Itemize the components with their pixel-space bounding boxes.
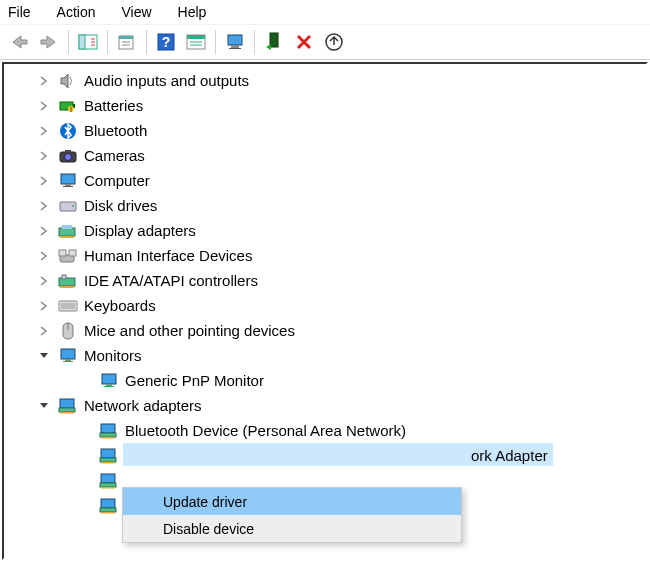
tree-node-batteries[interactable]: Batteries	[4, 93, 646, 118]
device-tree[interactable]: Audio inputs and outputs Batteries Bluet…	[4, 66, 646, 518]
tree-node-label: ork Adapter	[125, 447, 548, 464]
scan-hardware-button[interactable]	[220, 27, 250, 57]
menu-action[interactable]: Action	[55, 2, 98, 22]
chevron-right-icon[interactable]	[38, 150, 50, 162]
svg-rect-21	[65, 184, 71, 186]
tree-node-bt-pan[interactable]: Bluetooth Device (Personal Area Network)	[4, 418, 646, 443]
bluetooth-icon	[58, 122, 78, 140]
tree-node-label: Generic PnP Monitor	[125, 372, 264, 389]
tree-node-generic-pnp-monitor[interactable]: Generic PnP Monitor	[4, 368, 646, 393]
tree-node-label: Network adapters	[84, 397, 202, 414]
svg-rect-43	[60, 412, 74, 414]
context-menu-disable-device[interactable]: Disable device	[123, 515, 461, 542]
tree-node-label: Keyboards	[84, 297, 156, 314]
show-hide-console-button[interactable]	[73, 27, 103, 57]
context-menu-update-driver[interactable]: Update driver	[123, 488, 461, 515]
tree-node-keyboards[interactable]: Keyboards	[4, 293, 646, 318]
svg-rect-1	[79, 35, 85, 49]
svg-rect-36	[65, 359, 71, 361]
keyboard-icon	[58, 297, 78, 315]
hid-icon	[58, 247, 78, 265]
chevron-right-icon[interactable]	[38, 175, 50, 187]
enable-device-button[interactable]	[259, 27, 289, 57]
tree-node-wireless-adapter[interactable]: ork Adapter	[4, 443, 646, 468]
monitor-green-icon	[99, 372, 119, 390]
disk-icon	[58, 197, 78, 215]
svg-rect-53	[101, 499, 115, 508]
monitor-icon	[58, 172, 78, 190]
tree-node-label: Bluetooth	[84, 122, 147, 139]
chevron-right-icon[interactable]	[38, 325, 50, 337]
chevron-right-icon[interactable]	[38, 300, 50, 312]
svg-rect-30	[69, 250, 76, 256]
help-button[interactable]: ?	[151, 27, 181, 57]
network-adapter-icon	[99, 447, 119, 465]
tree-node-disk-drives[interactable]: Disk drives	[4, 193, 646, 218]
svg-rect-8	[228, 35, 242, 45]
svg-rect-35	[61, 349, 75, 359]
tree-node-label: Display adapters	[84, 222, 196, 239]
svg-rect-10	[229, 48, 241, 49]
back-button[interactable]	[4, 27, 34, 57]
toolbar-separator	[68, 30, 69, 54]
tree-node-ide[interactable]: IDE ATA/ATAPI controllers	[4, 268, 646, 293]
chevron-right-icon[interactable]	[38, 225, 50, 237]
disable-device-button[interactable]	[289, 27, 319, 57]
properties-button[interactable]	[112, 27, 142, 57]
svg-rect-7	[187, 35, 205, 39]
battery-icon	[58, 97, 78, 115]
chevron-right-icon[interactable]	[38, 75, 50, 87]
svg-rect-49	[101, 462, 115, 464]
menu-help[interactable]: Help	[176, 2, 209, 22]
tree-node-hid[interactable]: Human Interface Devices	[4, 243, 646, 268]
svg-rect-48	[100, 458, 116, 462]
svg-rect-38	[102, 374, 116, 384]
update-driver-button[interactable]	[319, 27, 349, 57]
network-adapter-icon	[99, 497, 119, 515]
network-adapter-icon	[58, 397, 78, 415]
tree-node-computer[interactable]: Computer	[4, 168, 646, 193]
tree-node-label: Monitors	[84, 347, 142, 364]
svg-rect-44	[101, 424, 115, 433]
menu-view[interactable]: View	[119, 2, 153, 22]
chevron-right-icon[interactable]	[38, 200, 50, 212]
tree-node-label: Computer	[84, 172, 150, 189]
tree-node-network-adapters[interactable]: Network adapters	[4, 393, 646, 418]
forward-button[interactable]	[34, 27, 64, 57]
tree-node-mice[interactable]: Mice and other pointing devices	[4, 318, 646, 343]
display-adapter-icon	[58, 222, 78, 240]
device-tree-pane: Audio inputs and outputs Batteries Bluet…	[2, 62, 648, 560]
toolbar-window-button[interactable]	[181, 27, 211, 57]
svg-point-18	[65, 153, 72, 160]
tree-node-bluetooth[interactable]: Bluetooth	[4, 118, 646, 143]
chevron-right-icon[interactable]	[38, 250, 50, 262]
tree-node-label: IDE ATA/ATAPI controllers	[84, 272, 258, 289]
chevron-right-icon[interactable]	[38, 275, 50, 287]
context-menu: Update driver Disable device	[122, 487, 462, 543]
mouse-icon	[58, 322, 78, 340]
toolbar-separator	[254, 30, 255, 54]
svg-rect-54	[100, 508, 116, 512]
tree-node-monitors[interactable]: Monitors	[4, 343, 646, 368]
toolbar-separator	[146, 30, 147, 54]
network-adapter-icon	[99, 422, 119, 440]
tree-node-label: Audio inputs and outputs	[84, 72, 249, 89]
menu-bar: File Action View Help	[0, 0, 650, 24]
svg-rect-55	[101, 512, 115, 514]
chevron-down-icon[interactable]	[38, 350, 50, 362]
chevron-right-icon[interactable]	[38, 125, 50, 137]
svg-rect-11	[270, 33, 278, 47]
svg-rect-47	[101, 449, 115, 458]
tree-node-cameras[interactable]: Cameras	[4, 143, 646, 168]
svg-rect-22	[63, 186, 73, 187]
toolbar-separator	[107, 30, 108, 54]
svg-rect-19	[65, 150, 71, 153]
menu-file[interactable]: File	[6, 2, 33, 22]
chevron-right-icon[interactable]	[38, 100, 50, 112]
chevron-down-icon[interactable]	[38, 400, 50, 412]
svg-rect-37	[63, 361, 73, 362]
svg-rect-42	[59, 408, 75, 412]
tree-node-audio[interactable]: Audio inputs and outputs	[4, 68, 646, 93]
speaker-icon	[58, 72, 78, 90]
tree-node-display-adapters[interactable]: Display adapters	[4, 218, 646, 243]
